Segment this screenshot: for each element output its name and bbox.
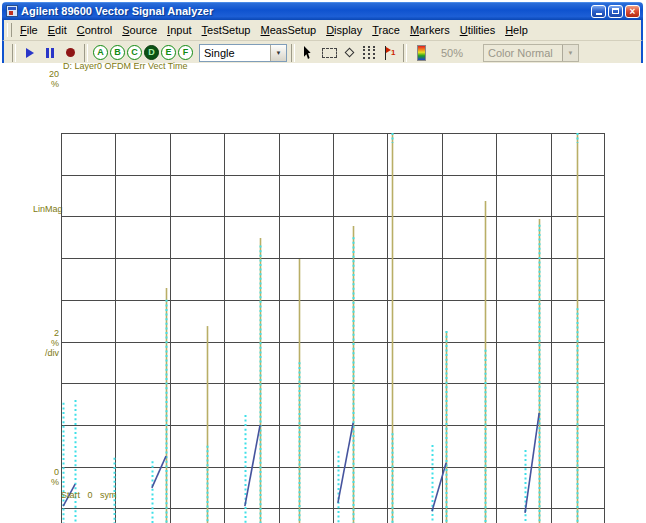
- app-icon: [6, 5, 18, 17]
- pointer-tool-button[interactable]: [299, 43, 319, 62]
- close-icon: ×: [630, 6, 636, 17]
- toolbar-separator: [403, 44, 407, 62]
- diamond-icon: [344, 48, 354, 58]
- play-icon: [26, 48, 34, 58]
- maximize-button[interactable]: [608, 5, 623, 18]
- window-title: Agilent 89600 Vector Signal Analyzer: [21, 5, 591, 17]
- menu-input[interactable]: Input: [162, 22, 196, 38]
- trace-register-f[interactable]: F: [178, 45, 193, 60]
- record-icon: [66, 48, 75, 57]
- minimize-button[interactable]: [591, 5, 606, 18]
- y-axis-bottom-value: 0: [33, 467, 59, 477]
- menu-gripper: [7, 23, 12, 37]
- diamond-marker-button[interactable]: [339, 43, 359, 62]
- pointer-icon: [304, 46, 314, 59]
- menu-file[interactable]: File: [15, 22, 43, 38]
- trace-register-e[interactable]: E: [161, 45, 176, 60]
- toolbar-separator: [84, 44, 88, 62]
- marker-icon: 1: [382, 46, 396, 60]
- x-axis-start-label: Start 0 sym: [61, 490, 117, 500]
- chart-client-area: D: Layer0 OFDM Err Vect Time 20 % LinMag…: [0, 63, 646, 523]
- y-axis-top-value: 20: [33, 69, 59, 79]
- chevron-down-icon[interactable]: ▼: [270, 45, 286, 61]
- offset-lines-icon: [363, 46, 375, 59]
- menu-markers[interactable]: Markers: [405, 22, 455, 38]
- marquee-icon: [322, 48, 337, 58]
- y-scale-per-div: /div: [33, 348, 59, 358]
- marquee-zoom-button[interactable]: [319, 43, 339, 62]
- y-scale-value: 2: [33, 328, 59, 338]
- toolbar-separator: [12, 44, 16, 62]
- y-scale-unit: %: [33, 338, 59, 348]
- pause-icon: [46, 48, 54, 58]
- trace-register-b[interactable]: B: [110, 45, 125, 60]
- trace-register-d[interactable]: D: [144, 45, 159, 60]
- sweep-mode-select[interactable]: Single ▼: [199, 44, 287, 62]
- menu-bar: File Edit Control Source Input TestSetup…: [2, 20, 643, 41]
- color-mode-select: Color Normal ▼: [483, 44, 579, 62]
- chart-title: D: Layer0 OFDM Err Vect Time: [63, 61, 188, 71]
- start-measurement-button[interactable]: [20, 43, 40, 62]
- color-mode-value: Color Normal: [484, 47, 562, 59]
- y-axis-format-label: LinMag: [33, 204, 59, 214]
- menu-utilities[interactable]: Utilities: [455, 22, 500, 38]
- plot-svg[interactable]: [61, 133, 605, 523]
- menu-source[interactable]: Source: [117, 22, 162, 38]
- title-bar[interactable]: Agilent 89600 Vector Signal Analyzer ×: [2, 2, 643, 20]
- colorbar-icon: [417, 45, 426, 61]
- pause-measurement-button[interactable]: [40, 43, 60, 62]
- app-window: Agilent 89600 Vector Signal Analyzer × F…: [2, 2, 643, 65]
- trace-register-a[interactable]: A: [93, 45, 108, 60]
- chevron-down-icon: ▼: [562, 45, 578, 61]
- zoom-level-select: 50%: [436, 44, 478, 62]
- y-axis-bottom-unit: %: [33, 477, 59, 487]
- trace-register-c[interactable]: C: [127, 45, 142, 60]
- screen: Agilent 89600 Vector Signal Analyzer × F…: [0, 0, 646, 523]
- zoom-level-value: 50%: [437, 47, 477, 59]
- marker-tool-button[interactable]: 1: [379, 43, 399, 62]
- menu-trace[interactable]: Trace: [367, 22, 405, 38]
- record-button[interactable]: [60, 43, 80, 62]
- menu-testsetup[interactable]: TestSetup: [197, 22, 256, 38]
- color-scale-button[interactable]: [411, 43, 431, 62]
- menu-help[interactable]: Help: [500, 22, 533, 38]
- offset-lines-button[interactable]: [359, 43, 379, 62]
- menu-display[interactable]: Display: [321, 22, 367, 38]
- menu-control[interactable]: Control: [72, 22, 117, 38]
- menu-edit[interactable]: Edit: [43, 22, 72, 38]
- close-button[interactable]: ×: [625, 5, 640, 18]
- toolbar-separator: [291, 44, 295, 62]
- menu-meassetup[interactable]: MeasSetup: [255, 22, 321, 38]
- maximize-icon: [612, 8, 619, 14]
- minimize-icon: [596, 13, 602, 15]
- y-axis-top-unit: %: [33, 79, 59, 89]
- window-controls: ×: [591, 5, 640, 18]
- sweep-mode-value: Single: [200, 47, 270, 59]
